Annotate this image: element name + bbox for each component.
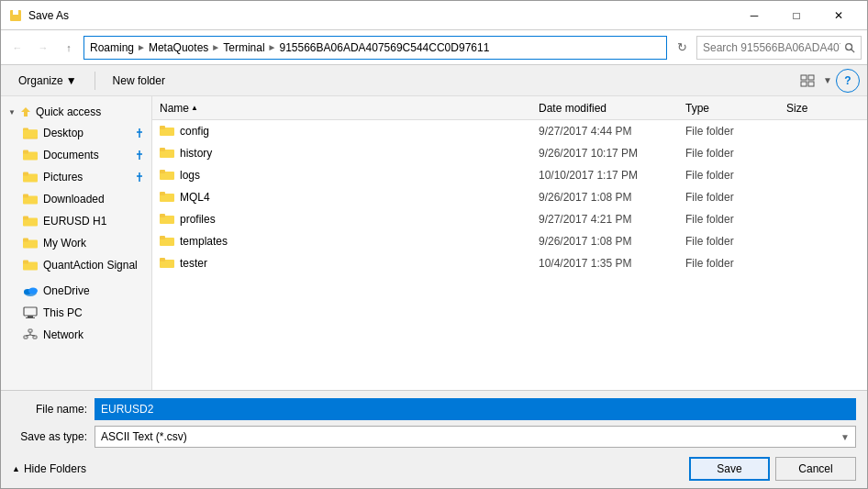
folder-icon [23, 259, 38, 272]
toolbar: Organize ▼ New folder ▼ ? [1, 65, 867, 96]
breadcrumb-hash[interactable]: 915566BA06ADA407569C544CC0D97611 [279, 41, 489, 54]
svg-line-40 [26, 335, 30, 336]
save-button[interactable]: Save [689, 457, 770, 481]
sidebar-item-desktop[interactable]: Desktop [1, 122, 151, 144]
hide-folders-toggle[interactable]: ▲ Hide Folders [12, 462, 86, 475]
table-row[interactable]: profiles 9/27/2017 4:21 PM File folder [152, 208, 867, 230]
folder-icon [160, 191, 174, 203]
search-icon [844, 41, 855, 54]
sidebar-item-downloaded[interactable]: Downloaded [1, 188, 151, 210]
svg-rect-6 [801, 82, 807, 86]
svg-rect-45 [160, 148, 165, 151]
back-button[interactable]: ← [6, 37, 28, 59]
svg-rect-51 [160, 214, 165, 217]
svg-rect-36 [28, 329, 32, 332]
svg-rect-27 [23, 239, 28, 242]
computer-icon [23, 306, 38, 319]
table-row[interactable]: history 9/26/2017 10:17 PM File folder [152, 142, 867, 164]
svg-rect-38 [33, 336, 37, 339]
breadcrumb-metaquotes[interactable]: MetaQuotes [149, 41, 208, 54]
bottom-bar: File name: Save as type: ASCII Text (*.c… [1, 390, 867, 488]
svg-point-2 [846, 43, 852, 50]
main-content: ▼ Quick access Desktop [1, 96, 867, 390]
dropdown-arrow-icon: ▼ [840, 432, 850, 442]
list-header: Name ▲ Date modified Type Size [152, 96, 867, 120]
minimize-button[interactable]: ─ [733, 1, 775, 30]
file-name-input[interactable] [95, 398, 856, 420]
svg-rect-1 [13, 10, 18, 15]
search-input[interactable] [703, 41, 840, 54]
save-as-type-select[interactable]: ASCII Text (*.csv) ▼ [95, 426, 856, 448]
svg-rect-4 [801, 75, 807, 80]
quick-access-header[interactable]: ▼ Quick access [1, 100, 151, 122]
action-buttons: Save Cancel [689, 457, 856, 481]
sidebar: ▼ Quick access Desktop [1, 96, 152, 390]
folder-icon [23, 193, 38, 206]
pin-icon [135, 172, 144, 182]
table-row[interactable]: logs 10/10/2017 1:17 PM File folder [152, 164, 867, 186]
organize-button[interactable]: Organize ▼ [8, 69, 87, 93]
table-row[interactable]: tester 10/4/2017 1:35 PM File folder [152, 252, 867, 274]
folder-icon [23, 127, 38, 139]
breadcrumb-terminal[interactable]: Terminal [223, 41, 264, 54]
table-row[interactable]: templates 9/26/2017 1:08 PM File folder [152, 230, 867, 252]
sidebar-item-network[interactable]: Network [1, 324, 151, 346]
file-name-label: File name: [12, 403, 95, 416]
up-button[interactable]: ↑ [58, 37, 80, 59]
svg-line-41 [30, 335, 35, 336]
col-size-header[interactable]: Size [786, 102, 860, 115]
pin-icon [135, 128, 144, 138]
folder-icon [23, 149, 38, 161]
table-row[interactable]: config 9/27/2017 4:44 PM File folder [152, 120, 867, 142]
folder-icon [160, 235, 174, 247]
forward-button[interactable]: → [32, 37, 54, 59]
svg-rect-43 [160, 126, 165, 129]
title-bar: Save As ─ □ ✕ [1, 1, 867, 30]
refresh-button[interactable]: ↻ [671, 37, 693, 59]
search-box [696, 36, 862, 60]
svg-marker-8 [21, 107, 30, 117]
sidebar-item-onedrive[interactable]: OneDrive [1, 280, 151, 302]
svg-rect-7 [808, 82, 814, 86]
quick-access-icon [19, 106, 32, 118]
bottom-footer: ▲ Hide Folders Save Cancel [12, 453, 856, 481]
sidebar-item-documents[interactable]: Documents [1, 144, 151, 166]
onedrive-icon [23, 285, 38, 296]
col-type-header[interactable]: Type [685, 102, 786, 115]
collapse-icon: ▲ [12, 464, 20, 473]
sidebar-item-pictures[interactable]: Pictures [1, 166, 151, 188]
svg-rect-29 [23, 261, 28, 264]
save-as-type-row: Save as type: ASCII Text (*.csv) ▼ [12, 426, 856, 448]
svg-rect-11 [23, 130, 38, 139]
view-options-button[interactable] [796, 69, 819, 93]
file-name-row: File name: [12, 398, 856, 420]
svg-rect-5 [808, 75, 814, 80]
dialog-title: Save As [28, 9, 733, 22]
network-icon [23, 328, 38, 341]
col-date-header[interactable]: Date modified [539, 102, 685, 115]
svg-rect-15 [23, 150, 28, 154]
sidebar-item-this-pc[interactable]: This PC [1, 302, 151, 324]
maximize-button[interactable]: □ [775, 1, 818, 30]
breadcrumb-bar[interactable]: Roaming ► MetaQuotes ► Terminal ► 915566… [83, 36, 667, 60]
col-name-header[interactable]: Name ▲ [160, 102, 539, 115]
new-folder-button[interactable]: New folder [103, 69, 175, 93]
svg-rect-33 [24, 307, 37, 316]
svg-rect-25 [23, 217, 28, 220]
sidebar-item-quantaction[interactable]: QuantAction Signal [1, 254, 151, 276]
sidebar-item-eurusd-h1[interactable]: EURUSD H1 [1, 210, 151, 232]
folder-icon [160, 213, 174, 225]
table-row[interactable]: MQL4 9/26/2017 1:08 PM File folder [152, 186, 867, 208]
folder-icon [23, 237, 38, 250]
breadcrumb-roaming[interactable]: Roaming [90, 41, 134, 54]
sidebar-item-my-work[interactable]: My Work [1, 232, 151, 254]
close-button[interactable]: ✕ [818, 1, 860, 30]
help-button[interactable]: ? [836, 69, 860, 93]
svg-rect-49 [160, 192, 165, 195]
cancel-button[interactable]: Cancel [775, 457, 856, 481]
folder-icon [160, 147, 174, 159]
toolbar-separator [95, 72, 95, 90]
svg-rect-19 [23, 172, 28, 176]
svg-point-32 [28, 288, 38, 295]
svg-rect-35 [26, 317, 35, 318]
